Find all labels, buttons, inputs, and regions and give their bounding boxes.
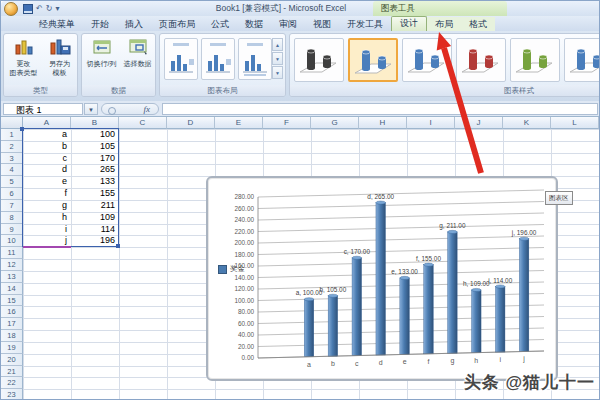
watermark: 头条 @猫儿十一: [464, 371, 595, 394]
group-label-chart-layouts: 图表布局: [160, 85, 285, 96]
column-header-H[interactable]: H: [359, 117, 407, 129]
svg-text:80.00: 80.00: [238, 308, 254, 315]
row-header-1[interactable]: 1: [1, 129, 23, 141]
tab-开始[interactable]: 开始: [83, 17, 117, 31]
tab-视图[interactable]: 视图: [305, 17, 339, 31]
insert-function-area[interactable]: fx: [101, 103, 159, 115]
chart-style-thumb-1[interactable]: [294, 38, 344, 82]
row-header-10[interactable]: 10: [1, 235, 23, 247]
column-header-I[interactable]: I: [407, 117, 455, 129]
row-header-12[interactable]: 12: [1, 259, 23, 271]
svg-text:g: g: [450, 357, 454, 365]
svg-text:0.00: 0.00: [242, 354, 255, 361]
ribbon-group-type: 更改 图表类型 另存为 模板 类型: [3, 33, 78, 97]
row-header-11[interactable]: 11: [1, 247, 23, 259]
tab-格式[interactable]: 格式: [461, 17, 495, 31]
select-data-button[interactable]: 选择数据: [120, 37, 155, 85]
tab-开发工具[interactable]: 开发工具: [339, 17, 391, 31]
tab-设计[interactable]: 设计: [391, 16, 427, 31]
row-header-5[interactable]: 5: [1, 176, 23, 188]
chart-style-thumb-6[interactable]: [564, 38, 600, 82]
svg-text:b, 105.00: b, 105.00: [320, 286, 347, 293]
column-header-D[interactable]: D: [167, 117, 215, 129]
row-header-6[interactable]: 6: [1, 188, 23, 200]
selection-handle-topleft[interactable]: [20, 127, 24, 131]
undo-icon[interactable]: ↶: [36, 4, 43, 13]
tab-审阅[interactable]: 审阅: [271, 17, 305, 31]
office-button[interactable]: [4, 2, 18, 16]
svg-text:260.00: 260.00: [234, 205, 254, 212]
redo-icon[interactable]: ↻: [46, 4, 53, 13]
switch-row-column-button[interactable]: 切换行/列: [84, 37, 119, 85]
svg-text:h, 109.00: h, 109.00: [463, 280, 490, 287]
formula-input[interactable]: [162, 103, 598, 115]
scroll-up-icon[interactable]: ▲: [272, 38, 283, 51]
scroll-down-icon[interactable]: ▼: [272, 52, 283, 65]
formula-dot-icon: [108, 107, 116, 115]
save-as-template-button[interactable]: 另存为 模板: [42, 37, 77, 85]
row-header-4[interactable]: 4: [1, 164, 23, 176]
column-header-L[interactable]: L: [551, 117, 599, 129]
row-header-23[interactable]: 23: [1, 389, 23, 400]
ribbon-group-chart-styles: 图表样式: [289, 33, 600, 97]
svg-text:20.00: 20.00: [238, 343, 254, 350]
selection-fill-handle[interactable]: [116, 244, 120, 248]
row-header-14[interactable]: 14: [1, 283, 23, 295]
svg-text:a: a: [307, 361, 311, 368]
chart-style-thumb-3[interactable]: [402, 38, 452, 82]
chart-legend[interactable]: 奖金: [218, 264, 245, 274]
chart-layout-thumb-1[interactable]: [164, 38, 198, 80]
chart[interactable]: 0.0020.0040.0060.0080.00100.00120.00140.…: [206, 176, 558, 381]
group-label-chart-styles: 图表样式: [290, 85, 600, 96]
row-header-19[interactable]: 19: [1, 342, 23, 354]
chart-layouts-scroll[interactable]: ▲ ▼ ▼: [272, 38, 283, 79]
row-header-13[interactable]: 13: [1, 271, 23, 283]
column-header-J[interactable]: J: [455, 117, 503, 129]
row-header-21[interactable]: 21: [1, 366, 23, 378]
row-header-18[interactable]: 18: [1, 330, 23, 342]
save-icon[interactable]: [23, 4, 33, 14]
tab-插入[interactable]: 插入: [117, 17, 151, 31]
column-header-C[interactable]: C: [119, 117, 167, 129]
svg-text:e, 133.00: e, 133.00: [391, 268, 418, 275]
row-header-3[interactable]: 3: [1, 153, 23, 165]
svg-text:140.00: 140.00: [234, 274, 254, 281]
column-header-F[interactable]: F: [263, 117, 311, 129]
name-box-dropdown-icon[interactable]: ▼: [84, 103, 98, 115]
tab-公式[interactable]: 公式: [203, 17, 237, 31]
row-header-7[interactable]: 7: [1, 200, 23, 212]
chart-style-thumb-5[interactable]: [510, 38, 560, 82]
tab-数据[interactable]: 数据: [237, 17, 271, 31]
row-header-15[interactable]: 15: [1, 295, 23, 307]
row-header-9[interactable]: 9: [1, 224, 23, 236]
svg-text:100.00: 100.00: [234, 297, 254, 304]
column-header-E[interactable]: E: [215, 117, 263, 129]
row-header-20[interactable]: 20: [1, 354, 23, 366]
name-box[interactable]: 图表 1: [3, 103, 83, 115]
tab-经典菜单[interactable]: 经典菜单: [31, 17, 83, 31]
chart-style-thumb-2[interactable]: [348, 38, 398, 82]
legend-series-name: 奖金: [230, 264, 245, 274]
gallery-expand-icon[interactable]: ▼: [272, 66, 283, 79]
fx-icon: fx: [144, 104, 151, 115]
svg-text:i, 114.00: i, 114.00: [488, 277, 512, 284]
window-title: Book1 [兼容模式] - Microsoft Excel: [161, 1, 401, 16]
change-chart-type-button[interactable]: 更改 图表类型: [6, 37, 41, 85]
chart-plot: 0.0020.0040.0060.0080.00100.00120.00140.…: [208, 178, 556, 379]
column-header-K[interactable]: K: [503, 117, 551, 129]
chart-layout-thumb-2[interactable]: [201, 38, 235, 80]
chart-area-tooltip: 图表区: [545, 191, 573, 205]
qat-dropdown-icon[interactable]: ▾: [55, 4, 59, 13]
tab-页面布局[interactable]: 页面布局: [151, 17, 203, 31]
row-header-16[interactable]: 16: [1, 306, 23, 318]
column-header-G[interactable]: G: [311, 117, 359, 129]
row-header-2[interactable]: 2: [1, 141, 23, 153]
tab-布局[interactable]: 布局: [427, 17, 461, 31]
row-header-22[interactable]: 22: [1, 377, 23, 389]
row-header-8[interactable]: 8: [1, 212, 23, 224]
chart-style-thumb-4[interactable]: [456, 38, 506, 82]
row-header-17[interactable]: 17: [1, 318, 23, 330]
chart-layout-thumb-3[interactable]: [238, 38, 272, 80]
svg-text:e: e: [403, 358, 407, 365]
style-thumb-icon: [565, 39, 600, 79]
